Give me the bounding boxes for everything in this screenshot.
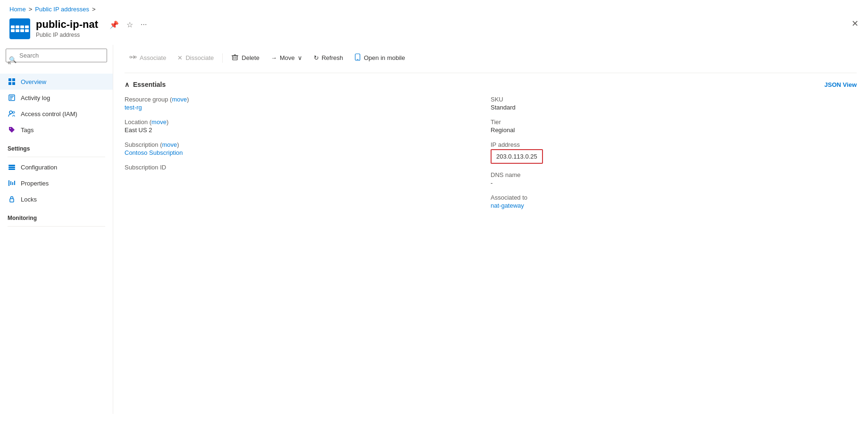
open-mobile-label: Open in mobile — [364, 54, 405, 61]
svg-rect-21 — [233, 56, 237, 60]
page-subtitle: Public IP address — [36, 32, 149, 38]
sidebar-item-locks[interactable]: Locks — [0, 191, 113, 207]
close-button[interactable]: ✕ — [851, 18, 859, 29]
resource-group-field: Resource group (move) test-rg — [125, 96, 491, 111]
svg-rect-12 — [8, 167, 15, 168]
refresh-button[interactable]: ↻ Refresh — [309, 51, 348, 64]
breadcrumb-sep2: > — [92, 6, 96, 13]
refresh-label: Refresh — [322, 54, 343, 61]
toolbar: Associate ✕ Dissociate Delete → Move ∨ ↻ — [125, 45, 857, 73]
location-move-link[interactable]: move — [151, 118, 167, 126]
sidebar-item-properties-label: Properties — [21, 180, 49, 187]
dns-name-field: DNS name - — [491, 171, 857, 186]
move-dropdown-icon: ∨ — [298, 54, 302, 61]
dissociate-button[interactable]: ✕ Dissociate — [173, 51, 218, 64]
sidebar-item-properties[interactable]: Properties — [0, 175, 113, 191]
svg-point-8 — [9, 111, 12, 114]
settings-section-title: Settings — [0, 138, 113, 155]
page-header: public-ip-nat 📌 ☆ ··· Public IP address … — [0, 17, 868, 45]
breadcrumb-home[interactable]: Home — [9, 6, 26, 13]
subscription-id-label: Subscription ID — [125, 164, 491, 171]
resource-icon — [9, 18, 30, 39]
associate-button[interactable]: Associate — [125, 51, 171, 65]
search-input[interactable] — [6, 49, 107, 62]
monitoring-divider — [8, 226, 105, 227]
breadcrumb-public-ip[interactable]: Public IP addresses — [35, 6, 89, 13]
sidebar-item-configuration-label: Configuration — [21, 164, 57, 171]
svg-rect-15 — [10, 181, 11, 185]
json-view-link[interactable]: JSON View — [825, 81, 857, 88]
ip-address-label: IP address — [491, 141, 857, 148]
sidebar: 🔍 « Overview Activity log Access control… — [0, 45, 113, 414]
sidebar-item-overview[interactable]: Overview — [0, 74, 113, 90]
resource-group-value[interactable]: test-rg — [125, 104, 491, 111]
delete-label: Delete — [242, 54, 259, 61]
move-button[interactable]: → Move ∨ — [266, 51, 307, 64]
search-container: 🔍 « — [6, 49, 107, 70]
sidebar-item-tags-label: Tags — [21, 126, 33, 134]
associate-label: Associate — [140, 54, 166, 61]
sidebar-item-access-control-label: Access control (IAM) — [21, 110, 77, 118]
sku-label: SKU — [491, 96, 857, 103]
move-label: Move — [280, 54, 295, 61]
essentials-collapse-icon[interactable]: ∧ — [125, 81, 129, 88]
main-layout: 🔍 « Overview Activity log Access control… — [0, 45, 868, 414]
svg-rect-11 — [8, 165, 15, 166]
location-value: East US 2 — [125, 126, 491, 134]
ip-address-value: 203.0.113.0.25 — [496, 153, 537, 160]
associated-to-value[interactable]: nat-gateway — [491, 202, 857, 209]
resource-group-move-link[interactable]: move — [172, 96, 187, 103]
access-control-icon — [8, 109, 16, 118]
locks-icon — [8, 195, 16, 203]
associate-icon — [129, 53, 137, 62]
sidebar-item-configuration[interactable]: Configuration — [0, 159, 113, 175]
svg-rect-13 — [8, 168, 15, 170]
refresh-icon: ↻ — [314, 54, 319, 61]
breadcrumb: Home > Public IP addresses > — [0, 0, 868, 17]
svg-rect-0 — [8, 78, 11, 81]
pin-button[interactable]: 📌 — [108, 19, 121, 30]
subscription-value[interactable]: Contoso Subscription — [125, 149, 491, 156]
essentials-right-col: SKU Standard Tier Regional IP address 20… — [491, 96, 857, 217]
sku-value: Standard — [491, 104, 857, 111]
settings-divider — [8, 157, 105, 157]
svg-point-9 — [13, 111, 15, 113]
ip-address-field: IP address 203.0.113.0.25 — [491, 141, 857, 164]
toolbar-separator-1 — [222, 53, 223, 63]
sidebar-item-activity-log-label: Activity log — [21, 94, 50, 101]
sidebar-item-tags[interactable]: Tags — [0, 122, 113, 138]
monitoring-section-title: Monitoring — [0, 207, 113, 224]
sku-field: SKU Standard — [491, 96, 857, 111]
sidebar-item-activity-log[interactable]: Activity log — [0, 90, 113, 106]
sidebar-item-locks-label: Locks — [21, 196, 37, 203]
collapse-sidebar-button[interactable]: « — [8, 59, 11, 66]
section-header: ∧ Essentials JSON View — [125, 81, 857, 88]
svg-rect-16 — [12, 182, 13, 185]
svg-rect-2 — [8, 82, 11, 85]
sidebar-item-access-control[interactable]: Access control (IAM) — [0, 106, 113, 122]
mobile-icon — [354, 53, 361, 62]
location-field: Location (move) East US 2 — [125, 118, 491, 134]
dns-name-label: DNS name — [491, 171, 857, 178]
subscription-move-link[interactable]: move — [162, 141, 177, 148]
more-button[interactable]: ··· — [139, 19, 149, 30]
move-icon: → — [271, 54, 277, 61]
main-content: Associate ✕ Dissociate Delete → Move ∨ ↻ — [113, 45, 868, 414]
essentials-title: Essentials — [133, 81, 166, 88]
open-mobile-button[interactable]: Open in mobile — [350, 51, 409, 65]
essentials-grid: Resource group (move) test-rg Location (… — [125, 96, 857, 217]
tier-value: Regional — [491, 126, 857, 134]
subscription-field: Subscription (move) Contoso Subscription — [125, 141, 491, 156]
tier-label: Tier — [491, 118, 857, 126]
subscription-label: Subscription (move) — [125, 141, 491, 148]
essentials-section: ∧ Essentials JSON View Resource group (m… — [125, 81, 857, 217]
svg-rect-3 — [12, 82, 15, 85]
sidebar-item-overview-label: Overview — [21, 78, 46, 85]
resource-group-label: Resource group (move) — [125, 96, 491, 103]
delete-button[interactable]: Delete — [226, 51, 264, 65]
tier-field: Tier Regional — [491, 118, 857, 134]
associated-to-label: Associated to — [491, 194, 857, 201]
associated-to-field: Associated to nat-gateway — [491, 194, 857, 209]
ip-address-box: 203.0.113.0.25 — [491, 149, 543, 164]
favorite-button[interactable]: ☆ — [125, 19, 135, 30]
